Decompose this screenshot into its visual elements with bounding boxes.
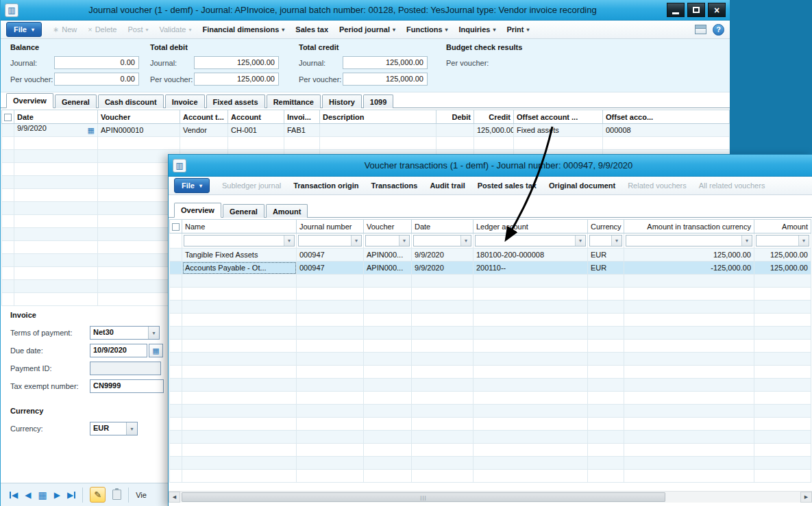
empty-grid-row[interactable] bbox=[170, 275, 811, 288]
voucher-transaction-row-selected[interactable]: Accounts Payable - Ot... 000947 APIN000.… bbox=[170, 262, 811, 275]
toolbar-transaction-origin-button[interactable]: Transaction origin bbox=[293, 181, 358, 190]
tab-general[interactable]: General bbox=[223, 204, 264, 218]
chevron-down-icon[interactable]: ▾ bbox=[126, 422, 137, 435]
last-record-button[interactable]: ▶ bbox=[67, 490, 75, 500]
toolbar-post-button[interactable]: Post ▾ bbox=[127, 25, 148, 34]
filter-combo-ledger-account[interactable]: ▾ bbox=[475, 235, 586, 246]
chevron-down-icon[interactable]: ▾ bbox=[148, 327, 159, 339]
row-selector[interactable] bbox=[170, 249, 182, 262]
column-header-description[interactable]: Description bbox=[320, 110, 436, 124]
empty-grid-row[interactable] bbox=[170, 379, 811, 392]
cell-journal-number[interactable]: 000947 bbox=[297, 262, 364, 275]
cell-name[interactable]: Tangible Fixed Assets bbox=[182, 249, 297, 262]
cell-ledger-account[interactable]: 180100-200-000008 bbox=[473, 249, 588, 262]
column-header-date[interactable]: Date bbox=[412, 220, 473, 233]
terms-of-payment-combo[interactable]: Net30 ▾ bbox=[90, 326, 160, 340]
cell-name[interactable]: Accounts Payable - Ot... bbox=[182, 262, 297, 275]
filter-combo-date[interactable]: ▾ bbox=[413, 235, 471, 246]
column-header-account-type[interactable]: Account t... bbox=[180, 110, 228, 124]
column-header-currency[interactable]: Currency bbox=[588, 220, 624, 233]
file-menu-button[interactable]: File ▾ bbox=[174, 178, 210, 193]
calendar-icon[interactable]: ▦ bbox=[88, 124, 95, 136]
column-header-offset-account[interactable]: Offset acco... bbox=[603, 110, 730, 124]
cell-amount[interactable]: 125,000.00 bbox=[754, 249, 811, 262]
toolbar-financial-dimensions-button[interactable]: Financial dimensions ▾ bbox=[202, 25, 284, 34]
currency-combo[interactable]: EUR ▾ bbox=[90, 422, 138, 435]
cell-invoice[interactable]: FAB1 bbox=[284, 124, 320, 137]
due-date-input[interactable]: 10/9/2020 bbox=[90, 344, 147, 357]
filter-combo-voucher[interactable]: ▾ bbox=[365, 235, 410, 246]
row-selector[interactable] bbox=[170, 262, 182, 275]
cell-voucher[interactable]: APIN000... bbox=[364, 249, 412, 262]
help-icon[interactable]: ? bbox=[713, 24, 724, 36]
tab-fixed-assets[interactable]: Fixed assets bbox=[206, 94, 265, 108]
tab-overview[interactable]: Overview bbox=[6, 93, 53, 108]
cell-credit[interactable]: 125,000.00 bbox=[474, 124, 514, 137]
toolbar-subledger-journal-button[interactable]: Subledger journal bbox=[222, 181, 281, 190]
previous-record-button[interactable]: ◀ bbox=[25, 490, 31, 500]
filter-combo-amount-in-transaction-currency[interactable]: ▾ bbox=[626, 235, 752, 246]
cell-amount[interactable]: 125,000.00 bbox=[754, 262, 811, 275]
cell-description[interactable] bbox=[320, 124, 436, 137]
cell-currency[interactable]: EUR bbox=[588, 262, 624, 275]
toolbar-posted-sales-tax-button[interactable]: Posted sales tax bbox=[478, 181, 537, 190]
empty-grid-row[interactable] bbox=[170, 353, 811, 366]
select-all-checkbox[interactable] bbox=[2, 110, 14, 124]
cell-debit[interactable] bbox=[436, 124, 474, 137]
toolbar-related-vouchers-button[interactable]: Related vouchers bbox=[628, 181, 687, 190]
minimize-button[interactable] bbox=[667, 3, 685, 17]
cell-account-type[interactable]: Vendor bbox=[180, 124, 228, 137]
column-header-amount-in-transaction-currency[interactable]: Amount in transaction currency bbox=[624, 220, 754, 233]
toolbar-transactions-button[interactable]: Transactions bbox=[371, 181, 418, 190]
toolbar-all-related-vouchers-button[interactable]: All related vouchers bbox=[699, 181, 765, 190]
scrollbar-track[interactable]: ||| bbox=[180, 492, 800, 503]
column-header-journal-number[interactable]: Journal number bbox=[297, 220, 364, 233]
column-header-name[interactable]: Name bbox=[182, 220, 297, 233]
empty-grid-row[interactable] bbox=[170, 418, 811, 431]
toolbar-original-document-button[interactable]: Original document bbox=[549, 181, 615, 190]
tab-history[interactable]: History bbox=[322, 94, 362, 108]
column-header-offset-account-type[interactable]: Offset account ... bbox=[514, 110, 603, 124]
cell-currency[interactable]: EUR bbox=[588, 249, 624, 262]
empty-grid-row[interactable] bbox=[170, 392, 811, 405]
column-header-amount[interactable]: Amount bbox=[754, 220, 811, 233]
cell-amount-in-transaction-currency[interactable]: 125,000.00 bbox=[624, 249, 754, 262]
record-list-button[interactable]: ▦ bbox=[38, 490, 47, 501]
column-header-debit[interactable]: Debit bbox=[436, 110, 474, 124]
clipboard-icon[interactable] bbox=[112, 490, 121, 500]
column-header-voucher[interactable]: Voucher bbox=[98, 110, 180, 124]
scrollbar-thumb[interactable]: ||| bbox=[182, 492, 665, 502]
cell-offset-account[interactable]: 000008 bbox=[603, 124, 730, 137]
cell-offset-account-type[interactable]: Fixed assets bbox=[514, 124, 603, 137]
column-header-invoice[interactable]: Invoi... bbox=[284, 110, 320, 124]
cell-voucher[interactable]: APIN000... bbox=[364, 262, 412, 275]
column-header-account[interactable]: Account bbox=[228, 110, 284, 124]
empty-grid-row[interactable] bbox=[170, 431, 811, 444]
cell-date[interactable]: 9/9/2020 bbox=[412, 262, 473, 275]
tab-invoice[interactable]: Invoice bbox=[165, 94, 205, 108]
empty-grid-row[interactable] bbox=[170, 340, 811, 353]
toolbar-sales-tax-button[interactable]: Sales tax bbox=[295, 25, 328, 34]
empty-grid-row[interactable] bbox=[170, 457, 811, 470]
window-layout-icon[interactable] bbox=[695, 25, 706, 34]
filter-combo-amount[interactable]: ▾ bbox=[756, 235, 809, 246]
empty-grid-row[interactable] bbox=[170, 288, 811, 301]
cell-voucher[interactable]: APIN000010 bbox=[98, 124, 180, 137]
cell-journal-number[interactable]: 000947 bbox=[297, 249, 364, 262]
close-button[interactable]: × bbox=[708, 3, 726, 17]
filter-combo-currency[interactable]: ▾ bbox=[589, 235, 622, 246]
payment-id-input[interactable] bbox=[90, 362, 161, 375]
tab-1099[interactable]: 1099 bbox=[363, 94, 393, 108]
cell-date[interactable]: ▦9/9/2020 bbox=[14, 124, 98, 137]
scroll-left-arrow[interactable]: ◀ bbox=[169, 492, 180, 503]
toolbar-functions-button[interactable]: Functions ▾ bbox=[406, 25, 448, 34]
tab-overview[interactable]: Overview bbox=[174, 203, 221, 218]
file-menu-button[interactable]: File ▾ bbox=[6, 22, 42, 37]
edit-mode-button[interactable]: ✎ bbox=[90, 487, 106, 503]
cell-date[interactable]: 9/9/2020 bbox=[412, 249, 473, 262]
toolbar-inquiries-button[interactable]: Inquiries ▾ bbox=[459, 25, 496, 34]
row-selector[interactable] bbox=[2, 124, 14, 137]
tab-amount[interactable]: Amount bbox=[266, 204, 308, 218]
next-record-button[interactable]: ▶ bbox=[54, 490, 60, 500]
toolbar-print-button[interactable]: Print ▾ bbox=[506, 25, 529, 34]
